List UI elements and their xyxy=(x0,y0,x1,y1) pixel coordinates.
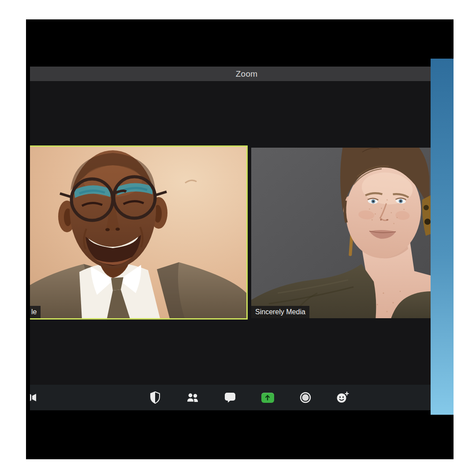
video-camera-icon xyxy=(30,392,37,403)
accent-bar xyxy=(431,59,454,415)
video-feed-woman xyxy=(251,148,431,318)
video-tile[interactable]: Sincerely Media xyxy=(251,148,431,318)
desktop-canvas: Zoom xyxy=(0,0,476,476)
share-screen-chip xyxy=(261,393,274,403)
share-screen-button[interactable] xyxy=(259,389,276,406)
shield-icon xyxy=(150,391,160,404)
participants-button[interactable] xyxy=(184,389,201,406)
title-bar: Zoom xyxy=(30,67,431,81)
participant-name-badge: le xyxy=(30,306,41,318)
reactions-icon xyxy=(336,391,349,404)
chat-button[interactable] xyxy=(221,389,239,406)
toolbar xyxy=(30,385,431,410)
zoom-window: Zoom xyxy=(30,67,431,410)
reactions-button[interactable] xyxy=(334,389,351,406)
chat-icon xyxy=(224,392,236,403)
participant-name-badge: Sincerely Media xyxy=(251,306,309,318)
record-icon xyxy=(299,391,312,404)
record-button[interactable] xyxy=(297,389,314,406)
video-tile-active-speaker[interactable]: le xyxy=(30,145,248,320)
video-feed-man xyxy=(30,147,246,318)
stop-video-button[interactable] xyxy=(30,389,37,406)
window-title: Zoom xyxy=(236,69,257,79)
security-button[interactable] xyxy=(146,389,164,406)
meeting-stage: le xyxy=(30,81,431,385)
share-arrow-up-icon xyxy=(264,394,271,401)
participants-icon xyxy=(186,392,199,403)
